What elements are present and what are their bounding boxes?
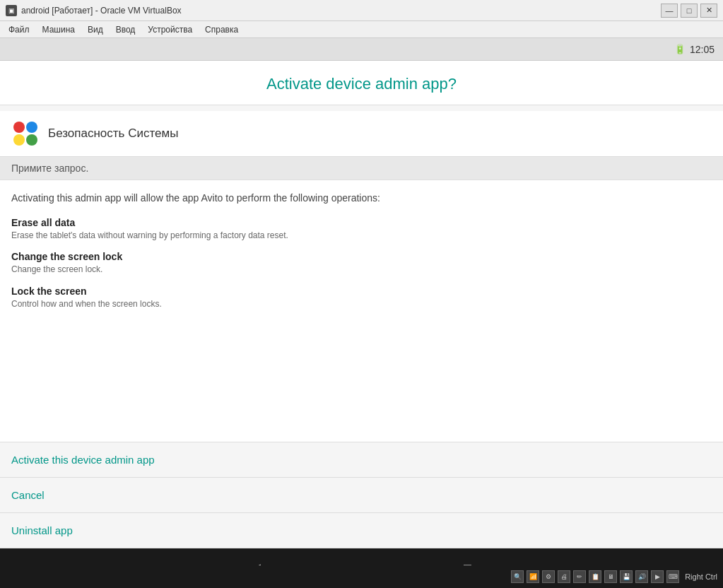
minimize-button[interactable]: — — [661, 4, 678, 18]
vm-area: 🔋 12:05 Activate device admin app? Безоп… — [0, 38, 723, 588]
taskbar-icon-8[interactable]: 💾 — [620, 570, 633, 583]
taskbar-icon-4[interactable]: 🖨 — [558, 570, 570, 583]
actions-area: Activate this device admin app Cancel Un… — [0, 442, 723, 548]
taskbar-icon-6[interactable]: 📋 — [589, 570, 601, 583]
android-status-bar: 🔋 12:05 — [0, 38, 723, 61]
dialog-header: Activate device admin app? — [0, 61, 723, 105]
menu-devices[interactable]: Устройства — [142, 23, 198, 36]
close-button[interactable]: ✕ — [700, 4, 717, 18]
request-banner: Примите запрос. — [0, 157, 723, 180]
permission-lock-screen: Lock the screen Control how and when the… — [11, 286, 712, 310]
android-content: Activate device admin app? Безопасность … — [0, 61, 723, 548]
menu-view[interactable]: Вид — [82, 23, 109, 36]
permission-erase: Erase all data Erase the tablet's data w… — [11, 217, 712, 242]
permission-screen-lock: Change the screen lock Change the screen… — [11, 251, 712, 276]
taskbar-icons: 🔍 📶 ⚙ 🖨 ✏ 📋 🖥 💾 🔊 ▶ ⌨ Right Ctrl — [511, 570, 717, 583]
taskbar-icon-11[interactable]: ⌨ — [666, 570, 679, 583]
icon-dot-green — [26, 134, 37, 146]
window-controls: — □ ✕ — [661, 4, 717, 18]
permission-erase-title: Erase all data — [11, 217, 712, 228]
app-icon-small: ▣ — [6, 5, 17, 16]
request-text: Примите запрос. — [11, 163, 88, 174]
activate-button[interactable]: Activate this device admin app — [0, 442, 723, 477]
cancel-button[interactable]: Cancel — [0, 478, 723, 512]
permission-screen-lock-title: Change the screen lock — [11, 251, 712, 262]
taskbar-icon-10[interactable]: ▶ — [651, 570, 664, 583]
app-icon — [11, 119, 40, 148]
taskbar-icon-2[interactable]: 📶 — [527, 570, 539, 583]
permission-erase-desc: Erase the tablet's data without warning … — [11, 230, 712, 242]
icon-dot-yellow — [13, 134, 25, 146]
permission-screen-lock-desc: Change the screen lock. — [11, 264, 712, 276]
menu-help[interactable]: Справка — [199, 23, 244, 36]
dialog-title: Activate device admin app? — [11, 75, 712, 93]
window-title: android [Работает] - Oracle VM VirtualBo… — [21, 6, 182, 16]
icon-dot-blue — [26, 122, 37, 133]
clock: 12:05 — [690, 44, 715, 55]
menu-machine[interactable]: Машина — [37, 23, 81, 36]
permission-lock-screen-title: Lock the screen — [11, 286, 712, 297]
taskbar-icon-5[interactable]: ✏ — [573, 570, 586, 583]
menu-input[interactable]: Ввод — [110, 23, 141, 36]
taskbar-icon-9[interactable]: 🔊 — [635, 570, 648, 583]
maximize-button[interactable]: □ — [681, 4, 698, 18]
menu-bar: Файл Машина Вид Ввод Устройства Справка — [0, 21, 723, 38]
taskbar-icon-1[interactable]: 🔍 — [511, 570, 524, 583]
windows-taskbar: 🔍 📶 ⚙ 🖨 ✏ 📋 🖥 💾 🔊 ▶ ⌨ Right Ctrl — [0, 565, 723, 588]
content-section: Activating this admin app will allow the… — [0, 180, 723, 442]
intro-text: Activating this admin app will allow the… — [11, 192, 712, 206]
title-bar: ▣ android [Работает] - Oracle VM Virtual… — [0, 0, 723, 21]
permission-lock-screen-desc: Control how and when the screen locks. — [11, 298, 712, 310]
app-info-row: Безопасность Системы — [0, 111, 723, 157]
battery-icon: 🔋 — [674, 44, 686, 54]
right-ctrl-label: Right Ctrl — [685, 572, 717, 581]
app-name: Безопасность Системы — [48, 127, 178, 141]
uninstall-button[interactable]: Uninstall app — [0, 513, 723, 548]
icon-dot-red — [13, 122, 25, 133]
menu-file[interactable]: Файл — [3, 23, 35, 36]
taskbar-icon-7[interactable]: 🖥 — [604, 570, 617, 583]
taskbar-icon-3[interactable]: ⚙ — [542, 570, 555, 583]
